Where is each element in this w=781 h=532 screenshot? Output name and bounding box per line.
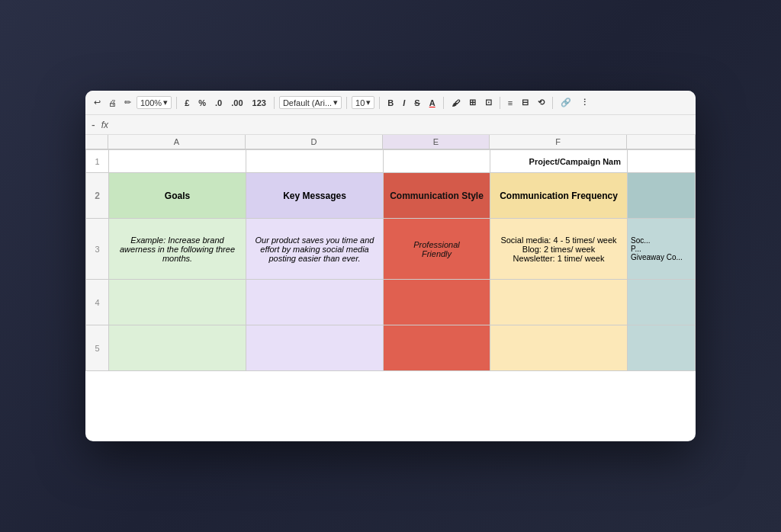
project-title: Project/Campaign Nam	[490, 150, 628, 173]
col-header-e[interactable]: E	[383, 135, 490, 149]
sep5	[443, 97, 444, 109]
zoom-chevron: ▾	[163, 98, 168, 107]
currency-btn[interactable]: £	[182, 98, 192, 108]
comm-freq-text: Social media: 4 - 5 times/ weekBlog: 2 t…	[500, 236, 616, 263]
formula-fx: fx	[101, 120, 108, 130]
empty-freq-2[interactable]	[490, 325, 628, 371]
link-btn[interactable]: 🔗	[558, 97, 574, 108]
zoom-dropdown[interactable]: 100% ▾	[137, 96, 172, 109]
header-key-messages[interactable]: Key Messages	[246, 173, 384, 219]
toolbar: ↩ 🖨 ✏ 100% ▾ £ % .0 .00 123 Default (Ari…	[85, 91, 696, 115]
header-goals[interactable]: Goals	[109, 173, 246, 219]
formula-input[interactable]	[114, 120, 689, 130]
spreadsheet-window: ↩ 🖨 ✏ 100% ▾ £ % .0 .00 123 Default (Ari…	[85, 91, 696, 441]
title-empty-d	[246, 150, 384, 173]
sep3	[346, 97, 347, 109]
cell-extra-1: Soc...P...Giveaway Co...	[628, 219, 696, 280]
cell-comm-freq-1[interactable]: Social media: 4 - 5 times/ weekBlog: 2 t…	[490, 219, 628, 280]
sep2	[274, 97, 275, 109]
header-extra	[628, 173, 696, 219]
cell-goals-1[interactable]: Example: Increase brand awerness in the …	[109, 219, 246, 280]
title-empty-a	[109, 150, 246, 173]
font-size-label: 10	[355, 98, 365, 107]
empty-extra-2	[628, 325, 696, 371]
header-comm-freq[interactable]: Communication Frequency	[490, 173, 628, 219]
col-header-g[interactable]	[627, 135, 696, 149]
font-color-btn[interactable]: A	[426, 98, 439, 108]
formula-bar: - fx	[85, 115, 696, 135]
number-format-btn[interactable]: 123	[249, 98, 269, 108]
bold-btn[interactable]: B	[384, 98, 397, 108]
decimal2-btn[interactable]: .00	[228, 98, 246, 108]
column-headers: A D E F	[85, 135, 696, 149]
empty-row-1: 4	[86, 280, 696, 325]
empty-style-2[interactable]	[384, 325, 490, 371]
print-btn[interactable]: 🖨	[106, 98, 119, 108]
text-rotate-btn[interactable]: ⟲	[535, 97, 548, 108]
header-row: 2 Goals Key Messages Communication Style…	[86, 173, 696, 219]
row-number-header	[85, 135, 108, 149]
title-row: 1 Project/Campaign Nam	[86, 150, 696, 173]
row-num-1: 1	[86, 150, 109, 173]
title-extra	[628, 150, 696, 173]
italic-btn[interactable]: I	[400, 98, 408, 108]
percent-btn[interactable]: %	[195, 98, 209, 108]
undo-btn[interactable]: ↩	[92, 97, 103, 108]
row-num-5: 5	[86, 325, 109, 371]
strikethrough-btn[interactable]: S	[411, 98, 423, 108]
cell-comm-style-1[interactable]: ProfessionalFriendly	[384, 219, 490, 280]
font-size-chevron: ▾	[366, 98, 371, 107]
sep4	[379, 97, 380, 109]
col-header-f[interactable]: F	[490, 135, 627, 149]
more-btn[interactable]: ⋮	[577, 97, 592, 108]
cell-key-messages-1[interactable]: Our product saves you time and effort by…	[246, 219, 384, 280]
data-row-1: 3 Example: Increase brand awerness in th…	[86, 219, 696, 280]
zoom-label: 100%	[140, 98, 162, 107]
comm-style-text: ProfessionalFriendly	[413, 240, 460, 258]
font-family-label: Default (Ari...	[283, 98, 332, 107]
decimal1-btn[interactable]: .0	[212, 98, 225, 108]
empty-key-2[interactable]	[246, 325, 384, 371]
align-center-btn[interactable]: ⊟	[519, 97, 532, 108]
highlight-btn[interactable]: 🖌	[448, 98, 463, 108]
row-num-2: 2	[86, 173, 109, 219]
row-num-4: 4	[86, 280, 109, 325]
col-header-d[interactable]: D	[246, 135, 383, 149]
header-comm-style[interactable]: Communication Style	[384, 173, 490, 219]
empty-style-1[interactable]	[384, 280, 490, 325]
borders-btn[interactable]: ⊞	[466, 97, 479, 108]
row-num-3: 3	[86, 219, 109, 280]
sep1	[176, 97, 177, 109]
empty-freq-1[interactable]	[490, 280, 628, 325]
align-left-btn[interactable]: ≡	[505, 98, 516, 108]
sep7	[552, 97, 553, 109]
spreadsheet-body: 1 Project/Campaign Nam 2 Goals Key Messa…	[85, 149, 696, 441]
sep6	[500, 97, 500, 109]
spreadsheet-table: 1 Project/Campaign Nam 2 Goals Key Messa…	[85, 149, 696, 371]
font-family-dropdown[interactable]: Default (Ari... ▾	[279, 96, 342, 109]
extra-text: Soc...P...Giveaway Co...	[631, 236, 683, 261]
empty-extra-1	[628, 280, 696, 325]
empty-goals-1[interactable]	[109, 280, 246, 325]
paint-btn[interactable]: ✏	[122, 97, 133, 108]
empty-key-1[interactable]	[246, 280, 384, 325]
empty-goals-2[interactable]	[109, 325, 246, 371]
empty-row-2: 5	[86, 325, 696, 371]
title-empty-e	[384, 150, 490, 173]
merge-btn[interactable]: ⊡	[482, 97, 495, 108]
font-chevron: ▾	[333, 98, 338, 107]
formula-minus[interactable]: -	[92, 119, 95, 131]
col-header-a[interactable]: A	[108, 135, 246, 149]
font-size-dropdown[interactable]: 10 ▾	[352, 96, 374, 109]
